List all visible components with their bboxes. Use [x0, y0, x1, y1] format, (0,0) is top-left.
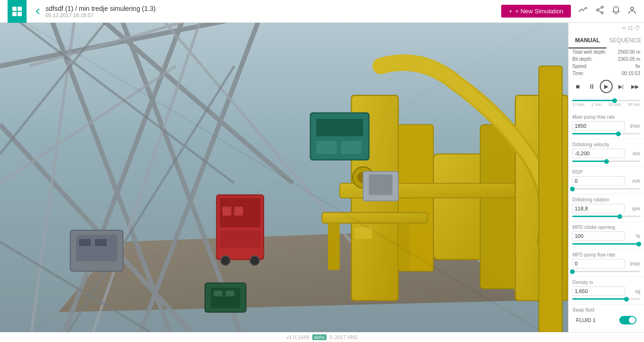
main-pump-slider-track[interactable] [572, 133, 640, 134]
swap-fluid-knob [629, 317, 635, 323]
mpd-pump-flow-rate-label: MPD pump flow rate [572, 252, 640, 257]
mpd-pump-slider-track[interactable] [572, 271, 640, 272]
density-in-row: sg [572, 286, 640, 296]
svg-point-6 [601, 12, 603, 14]
breadcrumb: sdfsdf (1) / min tredje simulering (1.3)… [46, 5, 156, 18]
drillstring-velocity-slider-thumb[interactable] [604, 159, 609, 164]
drillstring-velocity-slider-fill [572, 161, 607, 162]
panel-tabs: MANUAL SEQUENCE [569, 33, 644, 48]
speed-label-30min: 30 min [627, 102, 640, 107]
drillstring-velocity-row: m/s [572, 149, 640, 158]
step-forward-button[interactable]: ▶| [616, 81, 626, 92]
back-button[interactable] [34, 8, 42, 15]
play-button[interactable]: ▶ [600, 80, 613, 93]
infinity-icon[interactable]: ∞ [622, 25, 626, 31]
total-well-depth-value: 2500.00 m [618, 49, 640, 55]
mpd-pump-slider-thumb[interactable] [570, 269, 575, 274]
chart-icon[interactable] [579, 6, 588, 16]
drillstring-velocity-unit: m/s [627, 151, 640, 156]
speed-track-section: 10 sec 1 min 15 min 30 min [569, 96, 644, 110]
main-pump-flow-rate-section: Main pump flow rate l/min [569, 112, 644, 139]
swap-fluid-toggle[interactable] [619, 316, 636, 324]
density-in-slider-track[interactable] [572, 298, 640, 300]
mpd-pump-flow-rate-unit: l/min [627, 261, 640, 266]
notification-icon[interactable] [612, 6, 620, 17]
main-pump-flow-rate-input[interactable] [572, 121, 625, 131]
footer-bar: v1.0.1649 alpha © 2017 IRIS [0, 332, 644, 342]
speed-thumb[interactable] [612, 98, 617, 103]
rop-unit: m/h [627, 179, 640, 184]
fast-forward-button[interactable]: ▶▶ [629, 81, 640, 92]
right-panel: ∞ ⊡ ⏱ MANUAL SEQUENCE Total well depth: … [568, 23, 644, 332]
rop-input[interactable] [572, 176, 625, 186]
density-in-section: Density in sg [569, 277, 644, 304]
mpd-pump-flow-rate-input[interactable] [572, 259, 625, 268]
drillstring-rotation-input[interactable] [572, 204, 625, 213]
main-content: ∞ ⊡ ⏱ MANUAL SEQUENCE Total well depth: … [0, 23, 644, 332]
pause-button[interactable]: ⏸ [586, 81, 597, 92]
mpd-pump-flow-rate-section: MPD pump flow rate l/min [569, 249, 644, 277]
drillstring-rotation-slider-track[interactable] [572, 216, 640, 217]
panel-top-icons: ∞ ⊡ ⏱ [569, 23, 644, 33]
drillstring-rotation-row: rpm [572, 204, 640, 213]
speed-value: 9x [635, 64, 640, 69]
tab-sequence[interactable]: SEQUENCE [607, 33, 644, 48]
rop-slider-track[interactable] [572, 188, 640, 190]
speed-track[interactable] [572, 100, 640, 101]
footer-badge: alpha [312, 334, 327, 340]
mpd-choke-slider-thumb[interactable] [636, 242, 641, 247]
tab-manual[interactable]: MANUAL [569, 33, 607, 48]
density-in-label: Density in [572, 280, 640, 285]
total-well-depth-row: Total well depth: 2500.00 m [569, 48, 644, 56]
drillstring-velocity-label: Drillstring velocity [572, 142, 640, 147]
mpd-choke-slider-track[interactable] [572, 243, 640, 245]
speed-label: Speed: [572, 64, 588, 69]
main-pump-flow-rate-label: Main pump flow rate [572, 114, 640, 120]
drillstring-rotation-slider-thumb[interactable] [617, 214, 622, 219]
share-icon[interactable] [596, 6, 604, 17]
swap-fluid-section: Swap fluid FLUID 1 [569, 304, 644, 330]
header-left: sdfsdf (1) / min tredje simulering (1.3)… [8, 0, 156, 23]
stop-button[interactable]: ■ [572, 81, 583, 92]
expand-icon[interactable]: ⊡ [628, 25, 633, 31]
main-pump-flow-rate-row: l/min [572, 121, 640, 131]
app-header: sdfsdf (1) / min tredje simulering (1.3)… [0, 0, 644, 23]
mpd-choke-opening-section: MPD choke opening % [569, 222, 644, 249]
time-row: Time: 00:15:53 [569, 70, 644, 77]
rop-slider-thumb[interactable] [570, 187, 575, 191]
speed-label-15min: 15 min [608, 102, 621, 107]
main-pump-flow-rate-unit: l/min [627, 124, 640, 129]
main-pump-slider-thumb[interactable] [616, 132, 621, 136]
mpd-choke-slider-fill [572, 243, 640, 245]
bit-depth-value: 2365.05 m [618, 57, 640, 62]
mpd-choke-opening-input[interactable] [572, 231, 625, 241]
svg-line-7 [598, 8, 601, 10]
density-in-input[interactable] [572, 286, 625, 296]
footer-version: v1.0.1649 [286, 334, 309, 340]
page-subtitle: 05.12.2017 16:18:57 [46, 12, 156, 18]
rop-section: ROP m/h [569, 167, 644, 194]
svg-rect-2 [12, 12, 17, 16]
clock-icon[interactable]: ⏱ [635, 25, 640, 31]
rop-label: ROP [572, 170, 640, 175]
drillstring-rotation-section: Drillstring rotation rpm [569, 194, 644, 222]
speed-row: Speed: 9x [569, 63, 644, 70]
density-in-slider-thumb[interactable] [624, 297, 629, 302]
drillstring-velocity-slider-track[interactable] [572, 161, 640, 162]
swap-fluid-label: Swap fluid [572, 307, 640, 313]
footer-copyright: © 2017 IRIS [329, 334, 358, 340]
new-simulation-button[interactable]: + + New Simulation [501, 5, 571, 18]
speed-fill [572, 100, 615, 101]
mpd-choke-opening-unit: % [627, 234, 640, 239]
density-in-unit: sg [627, 289, 640, 294]
swap-fluid-row: FLUID 1 [572, 314, 640, 326]
svg-rect-0 [12, 7, 17, 11]
drillstring-rotation-label: Drillstring rotation [572, 197, 640, 202]
rop-row: m/h [572, 176, 640, 186]
speed-labels: 10 sec 1 min 15 min 30 min [572, 102, 640, 107]
svg-point-9 [631, 7, 634, 10]
drillstring-rotation-slider-fill [572, 216, 620, 217]
user-icon[interactable] [628, 6, 636, 17]
drillstring-velocity-input[interactable] [572, 149, 625, 158]
main-pump-slider-fill [572, 133, 618, 134]
